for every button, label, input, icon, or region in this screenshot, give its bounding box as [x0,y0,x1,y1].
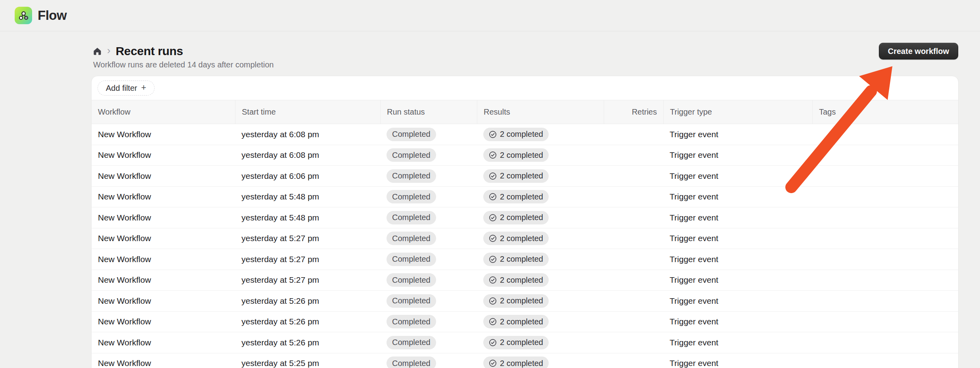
results-label: 2 completed [500,359,543,368]
start-time: yesterday at 5:26 pm [235,312,380,332]
run-status-badge: Completed [387,211,436,224]
workflow-name: New Workflow [92,187,235,207]
results-badge: 2 completed [483,148,549,162]
col-header-run-status: Run status [380,100,477,124]
workflow-name: New Workflow [92,145,235,166]
run-status-badge: Completed [387,336,436,349]
tags-cell [812,291,958,311]
trigger-type: Trigger event [663,249,812,270]
check-circle-icon [489,339,497,347]
results-badge: 2 completed [483,356,549,368]
main-content: › Recent runs Workflow runs are deleted … [91,31,959,368]
check-circle-icon [489,276,497,284]
workflow-name: New Workflow [92,332,235,353]
results-badge: 2 completed [483,190,549,203]
start-time: yesterday at 5:48 pm [235,187,380,207]
tags-cell [812,249,958,270]
trigger-type: Trigger event [663,291,812,311]
workflow-name: New Workflow [92,249,235,270]
page-title: Recent runs [116,44,183,58]
results-label: 2 completed [500,192,543,201]
results-badge: 2 completed [483,128,549,141]
page-header: › Recent runs Workflow runs are deleted … [91,31,959,76]
run-status-badge: Completed [387,356,436,368]
tags-cell [812,353,958,368]
col-header-retries: Retries [604,100,663,124]
retries-cell [604,187,663,207]
start-time: yesterday at 6:08 pm [235,145,380,166]
table-row[interactable]: New Workflow yesterday at 5:48 pm Comple… [92,187,958,208]
tags-cell [812,270,958,291]
results-badge: 2 completed [483,294,549,308]
home-icon[interactable] [93,47,102,56]
run-status-badge: Completed [387,253,436,266]
trigger-type: Trigger event [663,312,812,332]
check-circle-icon [489,130,497,138]
retries-cell [604,124,663,145]
check-circle-icon [489,234,497,242]
retries-cell [604,332,663,353]
table-row[interactable]: New Workflow yesterday at 5:25 pm Comple… [92,353,958,368]
table-row[interactable]: New Workflow yesterday at 6:08 pm Comple… [92,124,958,145]
table-row[interactable]: New Workflow yesterday at 5:27 pm Comple… [92,228,958,249]
run-status-badge: Completed [387,190,436,203]
start-time: yesterday at 5:27 pm [235,228,380,249]
retries-cell [604,249,663,270]
trigger-type: Trigger event [663,332,812,353]
trigger-type: Trigger event [663,187,812,207]
trigger-type: Trigger event [663,145,812,166]
results-badge: 2 completed [483,253,549,266]
workflow-name: New Workflow [92,166,235,186]
add-filter-label: Add filter [106,84,137,93]
create-workflow-button[interactable]: Create workflow [879,43,958,59]
retries-cell [604,207,663,228]
tags-cell [812,207,958,228]
table-row[interactable]: New Workflow yesterday at 5:26 pm Comple… [92,312,958,333]
results-label: 2 completed [500,338,543,347]
retries-cell [604,353,663,368]
table-row[interactable]: New Workflow yesterday at 5:27 pm Comple… [92,270,958,291]
trigger-type: Trigger event [663,353,812,368]
run-status-badge: Completed [387,232,436,245]
flow-logo[interactable] [15,7,32,24]
table-row[interactable]: New Workflow yesterday at 5:26 pm Comple… [92,291,958,312]
workflow-name: New Workflow [92,291,235,311]
table-row[interactable]: New Workflow yesterday at 6:08 pm Comple… [92,145,958,166]
trigger-type: Trigger event [663,207,812,228]
add-filter-button[interactable]: Add filter + [98,80,155,96]
workflow-name: New Workflow [92,270,235,291]
table-row[interactable]: New Workflow yesterday at 6:06 pm Comple… [92,166,958,187]
trigger-type: Trigger event [663,124,812,145]
trigger-type: Trigger event [663,228,812,249]
results-label: 2 completed [500,276,543,285]
workflow-name: New Workflow [92,124,235,145]
start-time: yesterday at 5:26 pm [235,332,380,353]
check-circle-icon [489,297,497,305]
table-row[interactable]: New Workflow yesterday at 5:48 pm Comple… [92,207,958,228]
trigger-type: Trigger event [663,166,812,186]
run-status-badge: Completed [387,273,436,287]
results-badge: 2 completed [483,232,549,245]
tags-cell [812,228,958,249]
check-circle-icon [489,193,497,201]
table-row[interactable]: New Workflow yesterday at 5:26 pm Comple… [92,332,958,353]
runs-card: Add filter + Workflow Start time Run sta… [91,76,959,368]
run-status-badge: Completed [387,148,436,162]
table-body: New Workflow yesterday at 6:08 pm Comple… [92,124,958,368]
results-label: 2 completed [500,213,543,222]
results-label: 2 completed [500,151,543,160]
results-badge: 2 completed [483,273,549,287]
trigger-type: Trigger event [663,270,812,291]
run-status-badge: Completed [387,315,436,328]
table-row[interactable]: New Workflow yesterday at 5:27 pm Comple… [92,249,958,270]
check-circle-icon [489,359,497,367]
retries-cell [604,312,663,332]
retries-cell [604,270,663,291]
retries-cell [604,145,663,166]
results-badge: 2 completed [483,315,549,328]
start-time: yesterday at 6:08 pm [235,124,380,145]
retries-cell [604,228,663,249]
results-label: 2 completed [500,317,543,326]
run-status-badge: Completed [387,294,436,308]
start-time: yesterday at 5:25 pm [235,353,380,368]
